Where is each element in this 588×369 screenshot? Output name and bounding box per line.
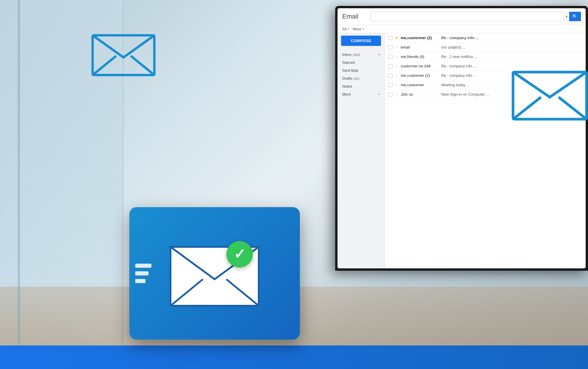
filter-all[interactable]: All ▾ (342, 27, 349, 31)
svg-line-4 (513, 97, 541, 119)
filter-more-label: More (353, 27, 361, 31)
search-dropdown[interactable]: ▾ (564, 12, 569, 21)
inbox-chevron: ▾ (378, 53, 380, 56)
filter-all-label: All (342, 27, 346, 31)
envelope-outline-left (91, 29, 156, 77)
email-sender-1: email (401, 45, 439, 49)
email-checkbox-0[interactable] (388, 36, 392, 40)
email-toolbar: All ▾ More ▾ (338, 25, 586, 33)
svg-line-2 (131, 56, 154, 75)
email-sidebar: COMPOSE Inbox (169) ▾ Starred Sent Mail (338, 33, 385, 268)
email-sender-4: me,custormer (2) (401, 73, 439, 78)
bottom-blue-strip (0, 345, 588, 369)
search-input[interactable] (370, 12, 564, 21)
email-subject-0: Re : company info ... (441, 36, 582, 40)
sidebar-item-inbox[interactable]: Inbox (169) ▾ (338, 51, 385, 59)
search-icon: 🔍 (572, 14, 578, 19)
table-row[interactable]: ☆ me,friends (6) Re : 2 new notifica ... (385, 52, 586, 61)
star-icon-0[interactable]: ★ (395, 36, 398, 40)
email-sender-3: custormer no.248 (401, 64, 439, 68)
card-line-3 (135, 279, 146, 283)
email-subject-1: (no subject) ... (441, 45, 582, 49)
email-checkbox-6[interactable] (388, 92, 392, 97)
sidebar-drafts-label: Drafts (10) (342, 76, 359, 81)
star-icon-3[interactable]: ☆ (395, 64, 398, 68)
more-chevron: ▾ (378, 93, 380, 96)
email-header: Email ▾ 🔍 (338, 8, 586, 25)
star-icon-4[interactable]: ☆ (395, 73, 398, 78)
table-row[interactable]: ★ me,custormer (2) Re : company info ... (385, 33, 586, 43)
card-line-2 (135, 271, 148, 275)
table-row[interactable]: ☆ email (no subject) ... (385, 43, 586, 52)
svg-line-5 (559, 97, 587, 119)
envelope-outline-right (512, 65, 588, 121)
filter-all-chevron: ▾ (348, 27, 349, 31)
email-client: Email ▾ 🔍 All ▾ More ▾ (338, 8, 586, 268)
filter-more[interactable]: More ▾ (353, 27, 364, 31)
email-sender-0: me,custormer (2) (401, 36, 439, 40)
compose-button[interactable]: COMPOSE (341, 36, 381, 46)
monitor: Email ▾ 🔍 All ▾ More ▾ (335, 6, 588, 271)
email-checkbox-5[interactable] (388, 83, 392, 87)
sidebar-inbox-label: Inbox (169) (342, 52, 360, 57)
email-sender-6: Join us (401, 92, 439, 97)
sidebar-item-starred[interactable]: Starred (338, 59, 385, 67)
monitor-screen: Email ▾ 🔍 All ▾ More ▾ (338, 8, 586, 268)
sidebar-item-sent[interactable]: Sent Mail (338, 67, 385, 74)
main-card: ✓ (129, 207, 300, 340)
filter-more-chevron: ▾ (363, 27, 364, 31)
email-checkbox-2[interactable] (388, 55, 392, 59)
search-bar: ▾ 🔍 (370, 12, 581, 21)
card-lines (135, 264, 151, 283)
sidebar-item-more[interactable]: More ▾ (338, 90, 385, 98)
email-sender-5: me,custormer (401, 83, 439, 87)
email-checkbox-1[interactable] (388, 45, 392, 49)
email-checkbox-3[interactable] (388, 64, 392, 68)
star-icon-2[interactable]: ☆ (395, 54, 398, 59)
star-icon-1[interactable]: ☆ (395, 45, 398, 49)
svg-line-1 (93, 56, 116, 75)
star-icon-6[interactable]: ☆ (395, 92, 398, 97)
search-button[interactable]: 🔍 (569, 12, 581, 21)
email-sender-2: me,friends (6) (401, 54, 439, 59)
email-subject-2: Re : 2 new notifica ... (441, 54, 582, 59)
star-icon-5[interactable]: ☆ (395, 83, 398, 87)
window-frame (18, 0, 20, 369)
checkmark-icon: ✓ (234, 247, 245, 261)
check-badge: ✓ (226, 241, 253, 267)
sidebar-item-notes[interactable]: Notes (338, 82, 385, 90)
email-app-title: Email (342, 13, 366, 20)
card-line-1 (135, 264, 151, 268)
email-checkbox-4[interactable] (388, 74, 392, 78)
sidebar-item-drafts[interactable]: Drafts (10) (338, 74, 385, 82)
